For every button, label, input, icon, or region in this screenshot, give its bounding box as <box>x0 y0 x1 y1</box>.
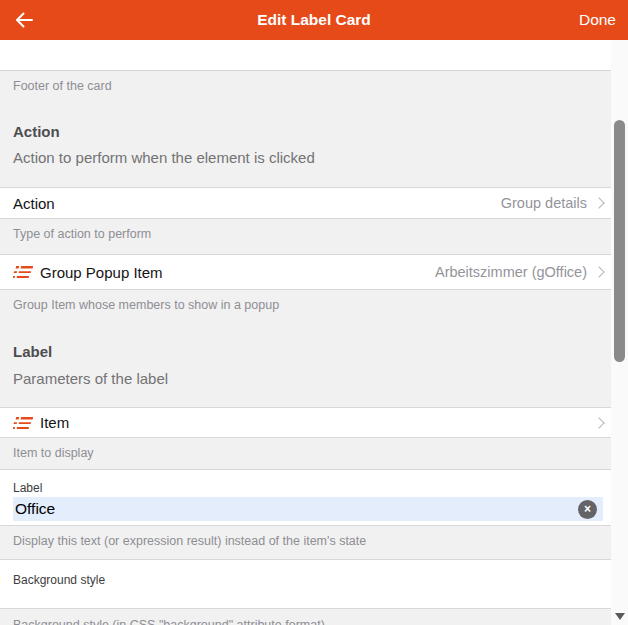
back-button[interactable] <box>0 0 44 40</box>
label-section-title: Label <box>13 342 601 361</box>
action-section-title: Action <box>13 122 601 141</box>
footer-hint: Footer of the card <box>13 78 601 94</box>
group-popup-item-value: Arbeitszimmer (gOffice) <box>435 264 587 280</box>
vertical-scrollbar[interactable] <box>611 40 628 625</box>
settings-content: Footer of the card Action Action to perf… <box>0 40 611 625</box>
label-field-section: Label × <box>0 470 611 525</box>
background-field-label: Background style <box>13 573 611 587</box>
list-bullet-icon <box>13 413 33 433</box>
action-row[interactable]: Action Group details <box>0 188 611 218</box>
clear-input-icon[interactable]: × <box>578 500 597 519</box>
background-input-wrap <box>13 589 603 608</box>
scrollbar-thumb[interactable] <box>614 120 625 362</box>
background-input[interactable] <box>13 589 603 608</box>
back-arrow-icon <box>14 11 34 29</box>
action-row-value: Group details <box>501 195 587 211</box>
footer-hint-and-action-header: Footer of the card Action Action to perf… <box>0 70 611 188</box>
item-row-label: Item <box>40 414 69 431</box>
chevron-right-icon <box>593 417 604 428</box>
label-input[interactable] <box>13 497 603 521</box>
label-field-hint: Display this text (or expression result)… <box>13 533 601 549</box>
label-input-wrap: × <box>13 497 603 521</box>
group-popup-item-label: Group Popup Item <box>40 264 163 281</box>
group-popup-item-row[interactable]: Group Popup Item Arbeitszimmer (gOffice) <box>0 255 611 289</box>
page-title: Edit Label Card <box>0 11 628 29</box>
background-hint: Background style (in CSS "background" at… <box>13 617 601 625</box>
top-spacer <box>0 40 611 70</box>
scrollbar-down-arrow-icon[interactable] <box>615 613 625 620</box>
navbar: Edit Label Card Done <box>0 0 628 40</box>
item-hint: Item to display <box>13 445 601 461</box>
item-hint-block: Item to display <box>0 437 611 470</box>
label-section-subtitle: Parameters of the label <box>13 369 601 388</box>
group-popup-hint: Group Item whose members to show in a po… <box>13 297 601 313</box>
item-row[interactable]: Item <box>0 408 611 437</box>
action-section-subtitle: Action to perform when the element is cl… <box>13 148 601 167</box>
list-bullet-icon <box>13 262 33 282</box>
done-button[interactable]: Done <box>567 0 628 40</box>
group-popup-hint-and-label-header: Group Item whose members to show in a po… <box>0 289 611 408</box>
action-row-label: Action <box>13 195 55 212</box>
chevron-right-icon <box>593 197 604 208</box>
edit-label-card-page: Edit Label Card Done Footer of the card … <box>0 0 628 625</box>
label-hint-block: Display this text (or expression result)… <box>0 525 611 560</box>
chevron-right-icon <box>593 266 604 277</box>
background-hint-block: Background style (in CSS "background" at… <box>0 608 611 625</box>
label-field-label: Label <box>13 481 611 495</box>
action-hint-block: Type of action to perform <box>0 218 611 255</box>
action-hint: Type of action to perform <box>13 226 601 242</box>
background-field-section: Background style <box>0 560 611 608</box>
